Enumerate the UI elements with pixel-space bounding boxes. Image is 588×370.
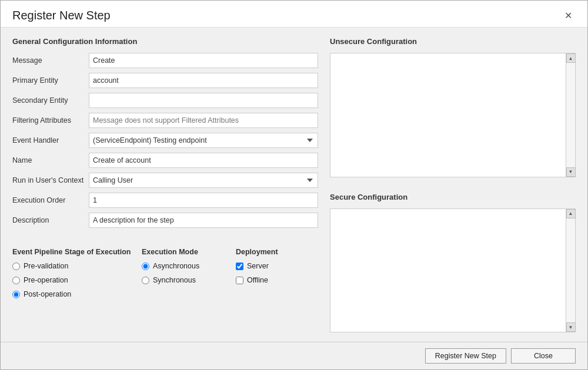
filtering-attributes-label: Filtering Attributes [12, 116, 89, 125]
secure-scroll-track [566, 218, 575, 323]
pipeline-post-operation[interactable]: Post-operation [12, 290, 142, 298]
general-config-title: General Configuration Information [12, 37, 318, 46]
unsecure-config-box: ▲ ▼ [330, 53, 576, 177]
secure-config-title: Secure Configuration [330, 193, 576, 201]
primary-entity-input[interactable] [89, 73, 318, 88]
bottom-sections: Event Pipeline Stage of Execution Pre-va… [12, 242, 318, 298]
left-panel: General Configuration Information Messag… [12, 37, 318, 332]
mode-synchronous-radio[interactable] [142, 277, 149, 284]
deployment-section: Deployment Server Offline [236, 248, 312, 298]
message-label: Message [12, 56, 89, 65]
execution-order-input[interactable] [89, 193, 318, 208]
description-input[interactable] [89, 213, 318, 228]
message-input[interactable] [89, 53, 318, 68]
execution-mode-title: Execution Mode [142, 248, 236, 256]
secure-scrollbar: ▲ ▼ [566, 209, 575, 332]
unsecure-scrollbar: ▲ ▼ [566, 53, 575, 177]
run-in-context-select[interactable]: Calling User [89, 173, 318, 188]
pipeline-pre-validation-radio[interactable] [12, 263, 20, 270]
pipeline-pre-validation[interactable]: Pre-validation [12, 262, 142, 270]
pipeline-pre-validation-label: Pre-validation [24, 262, 68, 270]
execution-grid: Event Pipeline Stage of Execution Pre-va… [12, 248, 318, 298]
right-panel: Unsecure Configuration ▲ ▼ Secure Config… [330, 37, 576, 332]
run-in-context-wrapper: Calling User [89, 173, 318, 188]
event-handler-select[interactable]: (ServiceEndpoint) Testing endpoint [89, 133, 318, 148]
deployment-server-label: Server [247, 262, 269, 270]
secure-config-textarea[interactable] [330, 209, 566, 332]
description-label: Description [12, 216, 89, 224]
deployment-offline[interactable]: Offline [236, 276, 312, 284]
title-bar: Register New Step ✕ [1, 1, 587, 28]
pipeline-pre-operation-radio[interactable] [12, 277, 20, 284]
name-input[interactable] [89, 153, 318, 168]
deployment-server-checkbox[interactable] [236, 263, 243, 270]
register-new-step-button[interactable]: Register New Step [425, 348, 506, 364]
pipeline-stage-group: Pre-validation Pre-operation Post-operat… [12, 262, 142, 298]
pipeline-pre-operation-label: Pre-operation [24, 276, 68, 284]
execution-mode-group: Asynchronous Synchronous [142, 262, 236, 284]
dialog: Register New Step ✕ General Configuratio… [0, 0, 588, 370]
deployment-title: Deployment [236, 248, 312, 256]
secure-config-section: Secure Configuration ▲ ▼ [330, 193, 576, 333]
deployment-offline-checkbox[interactable] [236, 277, 243, 284]
unsecure-scroll-up[interactable]: ▲ [566, 53, 576, 63]
name-label: Name [12, 156, 89, 164]
secure-scroll-down[interactable]: ▼ [566, 322, 576, 332]
pipeline-post-operation-radio[interactable] [12, 291, 20, 298]
mode-asynchronous-radio[interactable] [142, 263, 149, 270]
pipeline-pre-operation[interactable]: Pre-operation [12, 276, 142, 284]
form-grid: Message Primary Entity Secondary Entity … [12, 53, 318, 228]
execution-order-label: Execution Order [12, 196, 89, 204]
pipeline-post-operation-label: Post-operation [24, 290, 71, 298]
primary-entity-label: Primary Entity [12, 76, 89, 85]
unsecure-config-textarea[interactable] [330, 53, 566, 177]
mode-synchronous[interactable]: Synchronous [142, 276, 236, 284]
dialog-title: Register New Step [12, 9, 111, 22]
deployment-server[interactable]: Server [236, 262, 312, 270]
footer: Register New Step Close [1, 342, 587, 369]
event-handler-wrapper: (ServiceEndpoint) Testing endpoint [89, 133, 318, 148]
unsecure-config-section: Unsecure Configuration ▲ ▼ [330, 37, 576, 177]
content-area: General Configuration Information Messag… [1, 28, 587, 342]
unsecure-scroll-track [566, 63, 575, 167]
unsecure-scroll-down[interactable]: ▼ [566, 167, 576, 177]
execution-mode-section: Execution Mode Asynchronous Synchronous [142, 248, 236, 298]
unsecure-config-title: Unsecure Configuration [330, 37, 576, 46]
title-close-button[interactable]: ✕ [561, 9, 576, 22]
deployment-group: Server Offline [236, 262, 312, 284]
close-button[interactable]: Close [511, 348, 576, 364]
event-handler-label: Event Handler [12, 136, 89, 144]
mode-synchronous-label: Synchronous [153, 276, 196, 284]
secure-config-box: ▲ ▼ [330, 208, 576, 333]
pipeline-stage-section: Event Pipeline Stage of Execution Pre-va… [12, 248, 142, 298]
run-in-context-label: Run in User's Context [12, 176, 89, 184]
pipeline-stage-title: Event Pipeline Stage of Execution [12, 248, 142, 256]
secondary-entity-label: Secondary Entity [12, 96, 89, 105]
secure-scroll-up[interactable]: ▲ [566, 209, 576, 218]
filtering-attributes-input[interactable] [89, 113, 318, 128]
deployment-offline-label: Offline [247, 276, 268, 284]
mode-asynchronous-label: Asynchronous [153, 262, 199, 270]
secondary-entity-input[interactable] [89, 93, 318, 108]
mode-asynchronous[interactable]: Asynchronous [142, 262, 236, 270]
